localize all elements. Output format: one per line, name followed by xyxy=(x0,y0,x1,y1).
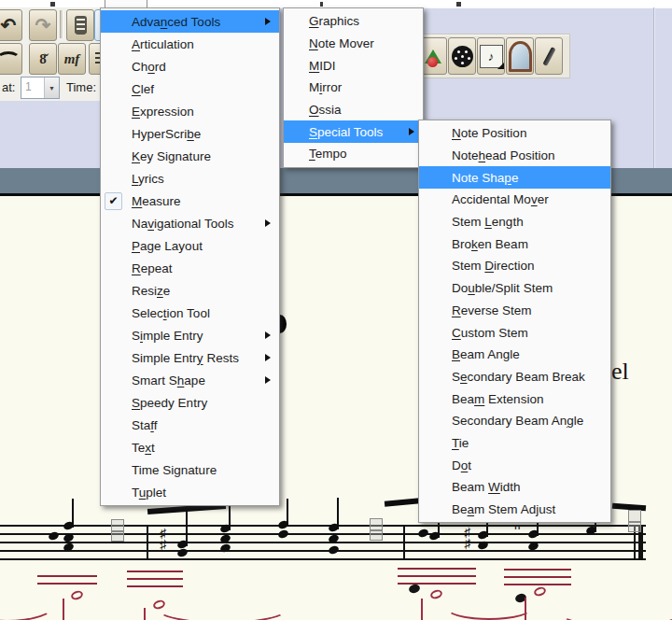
menu-item-advanced-tools[interactable]: Advanced Tools xyxy=(101,10,279,33)
red-note-stem xyxy=(144,608,146,620)
measure-handle[interactable] xyxy=(370,518,383,541)
redo-button[interactable]: ↷ xyxy=(29,9,57,41)
menu-item-label: Text xyxy=(132,441,155,455)
menu-item-beam-stem-adjust[interactable]: Beam Stem Adjust xyxy=(419,499,610,521)
menu-item-page-layout[interactable]: Page Layout xyxy=(101,234,279,257)
articulation-tool-button[interactable]: 8̌ xyxy=(29,43,57,75)
ossia-tool-button[interactable] xyxy=(535,37,563,75)
undo-button[interactable]: ↶ xyxy=(0,9,22,41)
menu-item-simple-entry[interactable]: Simple Entry xyxy=(101,324,279,346)
midi-tool-button[interactable] xyxy=(448,37,476,75)
submenu-arrow-icon xyxy=(409,128,414,135)
menu-item-notehead-position[interactable]: Notehead Position xyxy=(419,145,610,167)
menu-item-label: Lyrics xyxy=(132,172,164,186)
menu-item-staff[interactable]: Staff xyxy=(101,414,279,436)
menu-item-repeat[interactable]: Repeat xyxy=(101,257,279,279)
menu-item-tempo[interactable]: Tempo xyxy=(284,143,423,165)
menu-item-label: Ossia xyxy=(309,103,342,117)
menu-item-navigational-tools[interactable]: Navigational Tools xyxy=(101,212,279,234)
notehead[interactable] xyxy=(408,583,421,594)
menu-item-speedy-entry[interactable]: Speedy Entry xyxy=(101,391,279,414)
menu-item-label: Clef xyxy=(132,82,154,96)
midi-connector-icon xyxy=(452,46,473,67)
menu-item-stem-length[interactable]: Stem Length xyxy=(419,211,610,233)
red-note-stem xyxy=(63,599,64,620)
menu-item-mirror[interactable]: Mirror xyxy=(284,77,423,99)
red-ledger-line xyxy=(127,585,183,587)
menu-item-chord[interactable]: Chord xyxy=(101,55,279,78)
menu-item-smart-shape[interactable]: Smart Shape xyxy=(101,369,279,391)
menu-item-double-split-stem[interactable]: Double/Split Stem xyxy=(419,277,610,300)
notehead[interactable] xyxy=(219,542,231,553)
menu-item-clef[interactable]: Clef xyxy=(101,78,279,100)
measure-handle[interactable] xyxy=(628,510,641,532)
menu-item-note-position[interactable]: Note Position xyxy=(419,122,610,145)
menu-item-stem-direction[interactable]: Stem Direction xyxy=(419,255,610,277)
menu-item-label: Stem Length xyxy=(452,215,524,229)
mirror-tool-button[interactable] xyxy=(506,37,534,75)
menu-item-simple-entry-rests[interactable]: Simple Entry Rests xyxy=(101,346,279,369)
menu-item-label: Note Shape xyxy=(452,171,518,185)
tempo-text-fragment: TI xyxy=(513,523,520,531)
menu-item-graphics[interactable]: Graphics xyxy=(284,10,423,33)
red-ledger-line xyxy=(504,584,571,585)
menu-item-reverse-stem[interactable]: Reverse Stem xyxy=(419,300,610,322)
menu-item-label: Navigational Tools xyxy=(132,217,233,231)
menu-item-note-mover[interactable]: Note Mover xyxy=(284,33,423,55)
menu-item-tuplet[interactable]: Tuplet xyxy=(101,481,279,503)
menu-item-beam-angle[interactable]: Beam Angle xyxy=(419,344,610,366)
menu-item-time-signature[interactable]: Time Signature xyxy=(101,458,279,481)
menu-item-hyperscribe[interactable]: HyperScribe xyxy=(101,122,279,145)
menu-item-key-signature[interactable]: Key Signature xyxy=(101,145,279,167)
menu-item-label: Secondary Beam Break xyxy=(452,370,585,384)
notehead[interactable] xyxy=(277,528,289,539)
menu-item-measure[interactable]: ✔Measure xyxy=(101,190,279,212)
tools-menubar-button[interactable] xyxy=(105,0,147,7)
menu-item-lyrics[interactable]: Lyrics xyxy=(101,167,279,190)
red-half-notehead[interactable] xyxy=(533,585,547,598)
menu-item-label: Mirror xyxy=(309,80,342,94)
menu-item-text[interactable]: Text xyxy=(101,436,279,458)
expression-tool-button[interactable]: mf xyxy=(58,43,86,75)
menu-item-special-tools[interactable]: Special Tools xyxy=(284,120,423,143)
smart-shape-tool-button[interactable] xyxy=(0,43,22,75)
checkmark-icon: ✔ xyxy=(105,192,122,210)
menubar-text-fragment xyxy=(50,2,55,7)
redo-icon: ↷ xyxy=(35,16,51,35)
staff-line xyxy=(0,533,646,535)
menu-item-articulation[interactable]: Articulation xyxy=(101,33,279,55)
menu-item-label: Secondary Beam Angle xyxy=(452,414,583,428)
menu-item-custom-stem[interactable]: Custom Stem xyxy=(419,321,610,344)
menu-item-dot[interactable]: Dot xyxy=(419,454,610,476)
menu-item-secondary-beam-angle[interactable]: Secondary Beam Angle xyxy=(419,410,610,432)
note-stem xyxy=(186,510,188,546)
notehead[interactable] xyxy=(328,544,340,555)
measure-handle[interactable] xyxy=(111,519,124,542)
menu-item-beam-extension[interactable]: Beam Extension xyxy=(419,388,610,410)
menu-item-label: Double/Split Stem xyxy=(452,281,553,295)
menu-item-selection-tool[interactable]: Selection Tool xyxy=(101,302,279,324)
menu-item-secondary-beam-break[interactable]: Secondary Beam Break xyxy=(419,366,610,388)
chevron-down-icon[interactable]: ▼ xyxy=(44,78,59,98)
menu-item-label: Note Mover xyxy=(309,36,374,50)
menu-item-broken-beam[interactable]: Broken Beam xyxy=(419,232,610,255)
red-half-notehead[interactable] xyxy=(70,589,84,601)
menu-item-label: Beam Stem Adjust xyxy=(452,502,555,516)
notehead[interactable] xyxy=(417,528,429,538)
menu-item-note-shape[interactable]: Note Shape xyxy=(419,166,610,189)
menu-item-label: Custom Stem xyxy=(452,326,528,340)
menu-item-accidental-mover[interactable]: Accidental Mover xyxy=(419,189,610,211)
red-half-notehead[interactable] xyxy=(429,588,443,600)
menu-item-tie[interactable]: Tie xyxy=(419,432,610,455)
scroll-view-button[interactable] xyxy=(66,9,94,41)
menu-item-expression[interactable]: Expression xyxy=(101,100,279,122)
red-slur xyxy=(444,594,534,620)
menu-item-midi[interactable]: MIDI xyxy=(284,54,423,77)
menu-item-ossia[interactable]: Ossia xyxy=(284,99,423,121)
menu-item-beam-width[interactable]: Beam Width xyxy=(419,476,610,499)
menu-item-resize[interactable]: Resize xyxy=(101,279,279,302)
note-mover-tool-button[interactable]: ♪ xyxy=(477,37,505,75)
beat-select[interactable]: 1 ▼ xyxy=(21,77,60,99)
menu-item-label: Resize xyxy=(132,284,170,298)
menu-item-label: Smart Shape xyxy=(132,373,205,388)
